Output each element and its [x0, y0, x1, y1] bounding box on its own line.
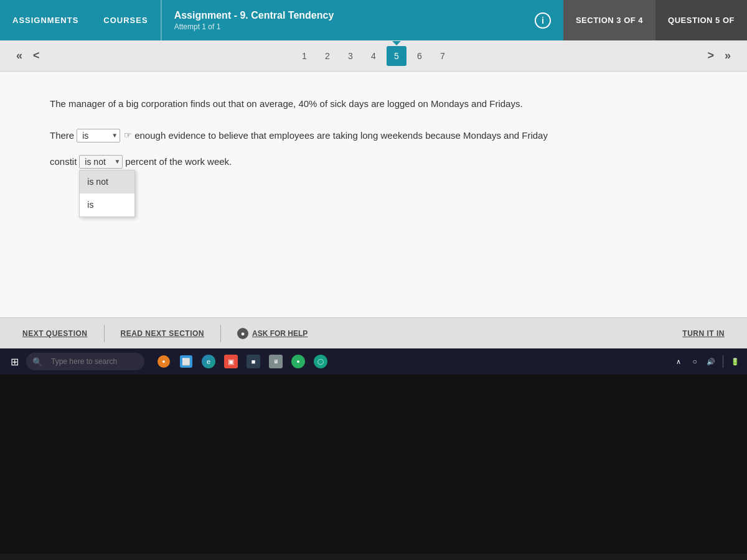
dropdown2-option-is[interactable]: is [80, 194, 134, 217]
section-label: SECTION 3 OF 4 [563, 0, 655, 40]
next-question-button[interactable]: NEXT QUESTION [12, 324, 98, 343]
system-tray-network-icon[interactable]: ○ [688, 355, 702, 368]
turn-it-in-button[interactable]: TURN IT IN [672, 324, 735, 343]
first-page-button[interactable]: « [12, 48, 26, 63]
windows-start-icon[interactable]: ⊞ [5, 352, 24, 371]
ask-help-label: ASK FOR HELP [252, 329, 308, 338]
page-1[interactable]: 1 [294, 46, 314, 66]
page-2[interactable]: 2 [317, 46, 337, 66]
dropdown1-select[interactable]: is is not [77, 129, 120, 142]
dropdown2-option-isnot[interactable]: is not [80, 170, 134, 194]
pagination-right-nav: > » [703, 48, 735, 63]
action-divider-2 [220, 325, 221, 342]
taskbar-icon-1[interactable]: ● [153, 351, 174, 372]
page-3[interactable]: 3 [341, 46, 360, 66]
taskbar-system-tray: ∧ ○ 🔊 🔋 [672, 355, 742, 368]
system-tray-volume-icon[interactable]: 🔊 [704, 355, 718, 368]
search-icon: 🔍 [32, 357, 42, 366]
assignments-nav[interactable]: ASSIGNMENTS [0, 0, 91, 40]
taskbar-icon-4[interactable]: ▣ [220, 351, 242, 372]
info-icon[interactable]: i [535, 12, 551, 29]
dropdown2-select[interactable]: is not is [79, 155, 123, 169]
page-4[interactable]: 4 [364, 46, 383, 66]
taskbar-icon-7[interactable]: ● [288, 351, 309, 372]
system-tray-chevron-icon[interactable]: ∧ [672, 355, 685, 368]
page-7[interactable]: 7 [433, 46, 453, 66]
header-middle: Assignment - 9. Central Tendency Attempt… [161, 0, 522, 40]
desktop-background [0, 375, 747, 554]
action-divider-1 [104, 325, 105, 342]
app-header: ASSIGNMENTS COURSES Assignment - 9. Cent… [0, 0, 747, 40]
info-button[interactable]: i [522, 0, 563, 40]
cursor-icon: ☞ [124, 128, 132, 143]
ask-for-help-button[interactable]: ● ASK FOR HELP [227, 323, 317, 344]
sentence1-after: enough evidence to believe that employee… [134, 127, 548, 144]
ask-help-icon: ● [237, 328, 248, 339]
taskbar-icon-2[interactable]: ⬜ [176, 351, 197, 372]
sentence-2: constit is not is ▼ is not is percent of… [50, 153, 697, 170]
assignment-title: Assignment - 9. Central Tendency [174, 10, 522, 21]
system-tray-battery-icon[interactable]: 🔋 [728, 355, 742, 368]
question-prompt: The manager of a big corporation finds o… [50, 96, 697, 111]
courses-nav[interactable]: COURSES [91, 0, 161, 40]
prev-page-button[interactable]: < [29, 48, 44, 63]
tray-divider [723, 355, 723, 368]
attempt-label: Attempt 1 of 1 [174, 22, 522, 31]
taskbar-icon-6[interactable]: 🖥 [265, 351, 286, 372]
windows-taskbar: ⊞ 🔍 ● ⬜ e ▣ ■ 🖥 ● ◯ ∧ ○ 🔊 [0, 348, 747, 375]
action-bar: NEXT QUESTION READ NEXT SECTION ● ASK FO… [0, 317, 747, 348]
sentence2-after: percent of the work week. [125, 153, 232, 170]
dropdown2-wrapper[interactable]: is not is ▼ is not is [79, 153, 123, 170]
content-area: The manager of a big corporation finds o… [0, 72, 747, 317]
taskbar-icon-8[interactable]: ◯ [310, 351, 331, 372]
taskbar-icon-5[interactable]: ■ [243, 351, 264, 372]
dropdown2-menu: is not is [79, 170, 135, 217]
sentence2-before: constit [50, 153, 77, 170]
taskbar-icons-area: ● ⬜ e ▣ ■ 🖥 ● ◯ [153, 351, 331, 372]
pagination-bar: « < 1 2 3 4 5 6 7 > » [0, 40, 747, 72]
taskbar-icon-3[interactable]: e [198, 351, 219, 372]
dropdown1-wrapper[interactable]: is is not ▼ [77, 127, 120, 144]
question-label: QUESTION 5 OF [655, 0, 747, 40]
page-5-active[interactable]: 5 [387, 46, 406, 66]
read-next-section-button[interactable]: READ NEXT SECTION [111, 324, 215, 343]
page-6[interactable]: 6 [410, 46, 430, 66]
next-page-button[interactable]: > [703, 48, 718, 63]
last-page-button[interactable]: » [721, 48, 735, 63]
sentence-1: There is is not ▼ ☞ enough evidence to b… [50, 127, 697, 144]
taskbar-search-input[interactable] [45, 353, 138, 370]
sentence1-before: There [50, 127, 74, 144]
